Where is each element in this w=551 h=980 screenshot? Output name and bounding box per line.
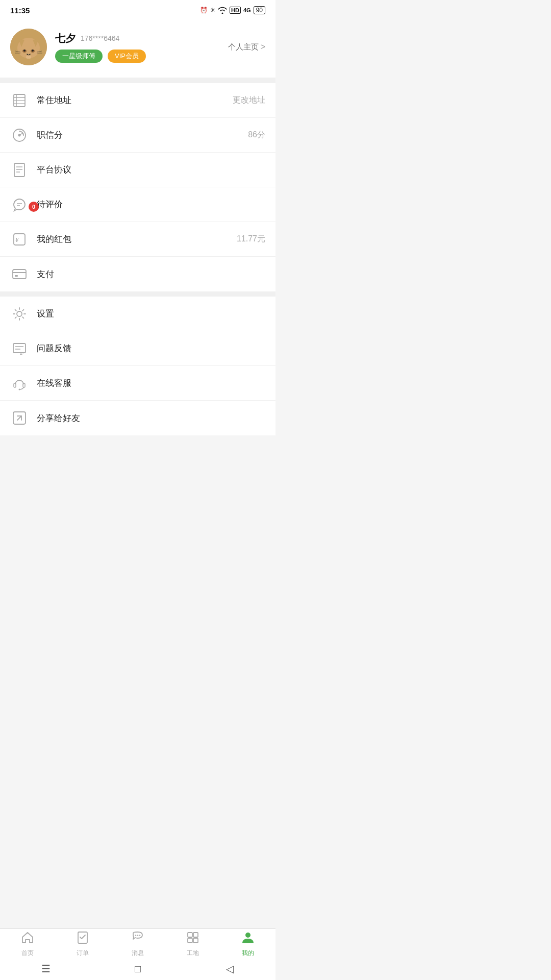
bluetooth-icon: ✳ [210,7,215,14]
svg-rect-21 [14,163,24,177]
address-icon [10,91,29,110]
svg-rect-29 [13,270,26,279]
svg-point-38 [19,388,20,390]
menu-item-share[interactable]: 分享给好友 [0,401,276,435]
menu-label-payment: 支付 [37,268,265,280]
menu-label-protocol: 平台协议 [37,164,265,176]
menu-item-evaluate[interactable]: 0 待评价 [0,187,276,222]
menu-item-protocol[interactable]: 平台协议 [0,153,276,187]
main-menu-list: 常住地址 更改地址 职信分 86分 [0,83,276,291]
profile-badges: 一星级师傅 VIP会员 [55,50,146,63]
status-time: 11:35 [10,6,30,15]
menu-value-address: 更改地址 [233,95,265,106]
protocol-icon [10,161,29,179]
menu-value-credit: 86分 [248,130,265,140]
profile-left: 七夕 176****6464 一星级师傅 VIP会员 [10,29,146,65]
menu-label-feedback: 问题反馈 [37,342,265,354]
4g-icon: 4G [243,7,251,13]
credit-icon [10,126,29,144]
menu-value-redpacket: 11.77元 [237,234,265,244]
menu-label-service: 在线客服 [37,377,265,389]
svg-point-32 [17,311,22,316]
badge-vip: VIP会员 [108,50,146,63]
menu-label-address: 常住地址 [37,94,233,106]
avatar[interactable] [10,29,47,65]
menu-item-feedback[interactable]: 问题反馈 [0,331,276,366]
service-icon [10,374,29,393]
redpacket-icon: ¥ [10,230,29,249]
wifi-icon [218,7,227,14]
payment-icon [10,265,29,283]
menu-label-share: 分享给好友 [37,412,265,424]
menu-item-credit[interactable]: 职信分 86分 [0,118,276,153]
evaluate-icon: 0 [10,195,29,214]
chevron-right-icon: > [261,42,265,52]
svg-point-6 [23,50,26,52]
profile-section: 七夕 176****6464 一星级师傅 VIP会员 个人主页 > [0,18,276,78]
hd-icon: HD [230,7,241,14]
menu-label-redpacket: 我的红包 [37,233,237,245]
svg-rect-36 [14,383,16,387]
settings-menu-list: 设置 问题反馈 [0,297,276,435]
feedback-icon [10,339,29,358]
svg-point-7 [32,50,34,52]
battery-icon: 90 [254,6,265,14]
menu-item-redpacket[interactable]: ¥ 我的红包 11.77元 [0,222,276,257]
svg-rect-37 [23,383,25,387]
section-divider-2 [0,291,276,297]
menu-item-address[interactable]: 常住地址 更改地址 [0,83,276,118]
svg-line-40 [17,416,21,420]
profile-name: 七夕 [55,32,76,45]
svg-text:¥: ¥ [15,236,19,243]
section-divider-1 [0,78,276,83]
svg-point-12 [26,55,31,59]
profile-link-label: 个人主页 [228,42,259,52]
profile-info: 七夕 176****6464 一星级师傅 VIP会员 [55,32,146,63]
settings-icon [10,305,29,323]
svg-rect-33 [13,344,26,353]
alarm-icon: ⏰ [200,7,208,14]
menu-item-service[interactable]: 在线客服 [0,366,276,401]
menu-label-evaluate: 待评价 [37,199,265,210]
profile-phone: 176****6464 [81,34,119,42]
status-bar: 11:35 ⏰ ✳ HD 4G 90 [0,0,276,18]
evaluate-badge: 0 [29,202,39,212]
share-icon [10,409,29,427]
menu-label-credit: 职信分 [37,129,248,141]
svg-rect-31 [15,275,18,277]
profile-link[interactable]: 个人主页 > [228,42,265,52]
badge-master: 一星级师傅 [55,50,103,63]
menu-label-settings: 设置 [37,308,265,320]
menu-item-settings[interactable]: 设置 [0,297,276,331]
menu-item-payment[interactable]: 支付 [0,257,276,291]
status-icons: ⏰ ✳ HD 4G 90 [200,6,265,14]
